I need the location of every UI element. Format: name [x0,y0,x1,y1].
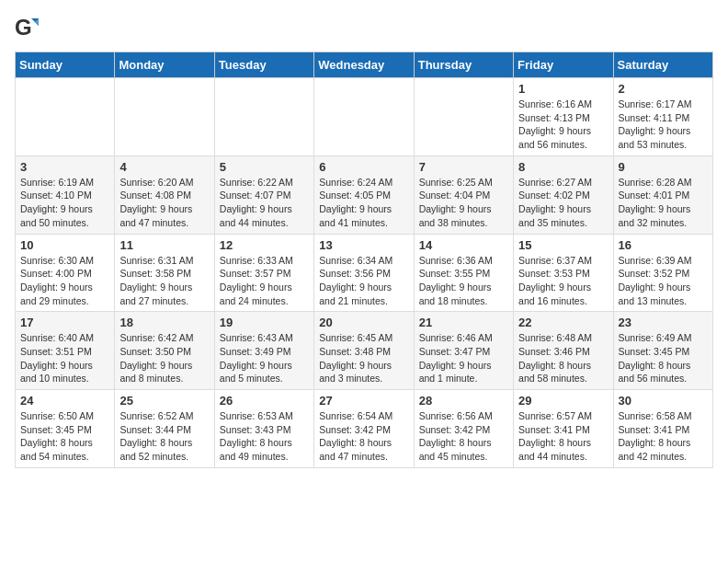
day-number: 8 [518,160,608,174]
day-number: 6 [319,160,408,174]
day-number: 23 [619,316,708,329]
calendar-day-header: Thursday [414,52,513,78]
calendar-cell [214,78,313,156]
calendar-cell: 29Sunrise: 6:57 AM Sunset: 3:41 PM Dayli… [514,390,613,468]
calendar-cell: 1Sunrise: 6:16 AM Sunset: 4:13 PM Daylig… [514,78,613,156]
day-info: Sunrise: 6:17 AM Sunset: 4:11 PM Dayligh… [619,98,708,152]
day-info: Sunrise: 6:57 AM Sunset: 3:41 PM Dayligh… [518,409,608,464]
calendar-cell: 11Sunrise: 6:31 AM Sunset: 3:58 PM Dayli… [115,234,214,312]
calendar-cell [16,78,115,156]
calendar-cell: 25Sunrise: 6:52 AM Sunset: 3:44 PM Dayli… [115,390,214,468]
logo: G [15,15,46,42]
calendar-cell: 5Sunrise: 6:22 AM Sunset: 4:07 PM Daylig… [214,155,313,234]
day-number: 5 [220,160,309,174]
calendar-cell: 22Sunrise: 6:48 AM Sunset: 3:46 PM Dayli… [514,312,613,390]
day-info: Sunrise: 6:24 AM Sunset: 4:05 PM Dayligh… [319,176,408,230]
calendar-cell: 7Sunrise: 6:25 AM Sunset: 4:04 PM Daylig… [414,155,513,234]
calendar-day-header: Tuesday [214,52,313,78]
day-number: 1 [518,82,608,96]
calendar-cell: 17Sunrise: 6:40 AM Sunset: 3:51 PM Dayli… [16,312,115,390]
calendar-cell: 13Sunrise: 6:34 AM Sunset: 3:56 PM Dayli… [314,234,414,312]
day-info: Sunrise: 6:39 AM Sunset: 3:52 PM Dayligh… [619,254,708,308]
calendar-week-row: 3Sunrise: 6:19 AM Sunset: 4:10 PM Daylig… [16,155,713,234]
calendar-cell: 23Sunrise: 6:49 AM Sunset: 3:45 PM Dayli… [613,312,712,390]
day-info: Sunrise: 6:33 AM Sunset: 3:57 PM Dayligh… [220,254,309,308]
calendar-day-header: Sunday [16,52,115,78]
day-info: Sunrise: 6:40 AM Sunset: 3:51 PM Dayligh… [20,331,109,385]
calendar-cell: 26Sunrise: 6:53 AM Sunset: 3:43 PM Dayli… [214,390,313,468]
day-info: Sunrise: 6:34 AM Sunset: 3:56 PM Dayligh… [319,254,408,308]
calendar-cell: 16Sunrise: 6:39 AM Sunset: 3:52 PM Dayli… [613,234,712,312]
calendar-cell: 10Sunrise: 6:30 AM Sunset: 4:00 PM Dayli… [16,234,115,312]
logo-globe-icon: G [15,15,42,42]
day-info: Sunrise: 6:20 AM Sunset: 4:08 PM Dayligh… [119,176,209,230]
day-info: Sunrise: 6:22 AM Sunset: 4:07 PM Dayligh… [220,176,309,230]
day-number: 28 [419,394,508,408]
calendar-header-row: SundayMondayTuesdayWednesdayThursdayFrid… [16,52,713,78]
day-info: Sunrise: 6:48 AM Sunset: 3:46 PM Dayligh… [518,331,608,385]
day-number: 20 [319,316,408,329]
calendar-week-row: 1Sunrise: 6:16 AM Sunset: 4:13 PM Daylig… [16,78,713,156]
calendar-cell: 9Sunrise: 6:28 AM Sunset: 4:01 PM Daylig… [613,155,712,234]
calendar-week-row: 24Sunrise: 6:50 AM Sunset: 3:45 PM Dayli… [16,390,713,468]
day-info: Sunrise: 6:36 AM Sunset: 3:55 PM Dayligh… [419,254,508,308]
day-info: Sunrise: 6:30 AM Sunset: 4:00 PM Dayligh… [20,254,109,308]
calendar-cell: 2Sunrise: 6:17 AM Sunset: 4:11 PM Daylig… [613,78,712,156]
day-info: Sunrise: 6:53 AM Sunset: 3:43 PM Dayligh… [220,409,309,464]
calendar-day-header: Friday [514,52,613,78]
day-number: 4 [119,160,209,174]
day-number: 19 [220,316,309,329]
day-number: 18 [119,316,209,329]
day-info: Sunrise: 6:54 AM Sunset: 3:42 PM Dayligh… [319,409,408,464]
header: G [15,15,713,42]
calendar-cell: 19Sunrise: 6:43 AM Sunset: 3:49 PM Dayli… [214,312,313,390]
day-info: Sunrise: 6:50 AM Sunset: 3:45 PM Dayligh… [20,409,109,464]
day-number: 13 [319,238,408,252]
day-number: 2 [619,82,708,96]
day-info: Sunrise: 6:52 AM Sunset: 3:44 PM Dayligh… [119,409,209,464]
calendar-day-header: Wednesday [314,52,414,78]
calendar-cell: 6Sunrise: 6:24 AM Sunset: 4:05 PM Daylig… [314,155,414,234]
day-number: 12 [220,238,309,252]
day-info: Sunrise: 6:43 AM Sunset: 3:49 PM Dayligh… [220,331,309,385]
calendar-cell: 4Sunrise: 6:20 AM Sunset: 4:08 PM Daylig… [115,155,214,234]
day-info: Sunrise: 6:56 AM Sunset: 3:42 PM Dayligh… [419,409,508,464]
day-number: 9 [619,160,708,174]
day-info: Sunrise: 6:31 AM Sunset: 3:58 PM Dayligh… [119,254,209,308]
day-number: 27 [319,394,408,408]
calendar-cell: 21Sunrise: 6:46 AM Sunset: 3:47 PM Dayli… [414,312,513,390]
calendar-week-row: 17Sunrise: 6:40 AM Sunset: 3:51 PM Dayli… [16,312,713,390]
day-info: Sunrise: 6:16 AM Sunset: 4:13 PM Dayligh… [518,98,608,152]
day-info: Sunrise: 6:45 AM Sunset: 3:48 PM Dayligh… [319,331,408,385]
calendar-week-row: 10Sunrise: 6:30 AM Sunset: 4:00 PM Dayli… [16,234,713,312]
day-info: Sunrise: 6:42 AM Sunset: 3:50 PM Dayligh… [119,331,209,385]
calendar-cell: 28Sunrise: 6:56 AM Sunset: 3:42 PM Dayli… [414,390,513,468]
calendar-cell: 14Sunrise: 6:36 AM Sunset: 3:55 PM Dayli… [414,234,513,312]
calendar-cell: 15Sunrise: 6:37 AM Sunset: 3:53 PM Dayli… [514,234,613,312]
calendar-cell: 18Sunrise: 6:42 AM Sunset: 3:50 PM Dayli… [115,312,214,390]
day-info: Sunrise: 6:25 AM Sunset: 4:04 PM Dayligh… [419,176,508,230]
calendar-cell: 8Sunrise: 6:27 AM Sunset: 4:02 PM Daylig… [514,155,613,234]
day-number: 24 [20,394,109,408]
day-info: Sunrise: 6:27 AM Sunset: 4:02 PM Dayligh… [518,176,608,230]
calendar-cell [414,78,513,156]
day-number: 11 [119,238,209,252]
svg-text:G: G [15,15,32,40]
day-number: 3 [20,160,109,174]
day-number: 30 [619,394,708,408]
calendar-day-header: Monday [115,52,214,78]
calendar-cell: 27Sunrise: 6:54 AM Sunset: 3:42 PM Dayli… [314,390,414,468]
calendar-table: SundayMondayTuesdayWednesdayThursdayFrid… [15,52,713,468]
day-number: 7 [419,160,508,174]
calendar-cell: 12Sunrise: 6:33 AM Sunset: 3:57 PM Dayli… [214,234,313,312]
calendar-cell [314,78,414,156]
calendar-body: 1Sunrise: 6:16 AM Sunset: 4:13 PM Daylig… [16,78,713,468]
day-info: Sunrise: 6:37 AM Sunset: 3:53 PM Dayligh… [518,254,608,308]
day-number: 29 [518,394,608,408]
day-number: 21 [419,316,508,329]
day-number: 16 [619,238,708,252]
day-number: 26 [220,394,309,408]
day-number: 17 [20,316,109,329]
day-info: Sunrise: 6:49 AM Sunset: 3:45 PM Dayligh… [619,331,708,385]
day-number: 25 [119,394,209,408]
